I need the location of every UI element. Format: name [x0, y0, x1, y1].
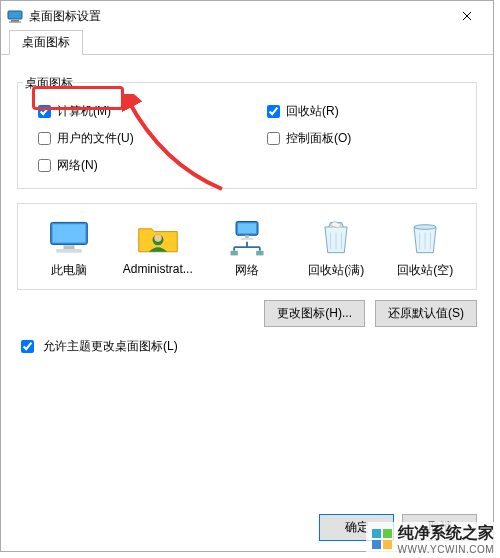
icon-item-network[interactable]: 网络: [208, 218, 286, 279]
network-icon: [225, 218, 269, 258]
icon-buttons-row: 更改图标(H)... 还原默认值(S): [17, 300, 477, 327]
checkbox-userfiles-input[interactable]: [38, 132, 51, 145]
icon-label: 回收站(空): [386, 262, 464, 279]
checkbox-computer[interactable]: 计算机(M): [38, 103, 227, 120]
checkbox-computer-label: 计算机(M): [57, 103, 111, 120]
checkbox-allow-theme[interactable]: 允许主题更改桌面图标(L): [17, 337, 477, 356]
watermark-logo-icon: [372, 529, 392, 549]
recycle-full-icon: [314, 218, 358, 258]
recycle-empty-icon: [403, 218, 447, 258]
icon-preview-list: 此电脑 Administrat...: [17, 203, 477, 290]
svg-rect-5: [63, 245, 74, 249]
svg-point-8: [154, 234, 161, 241]
window-title: 桌面图标设置: [29, 8, 447, 25]
checkbox-recycle-input[interactable]: [267, 105, 280, 118]
checkbox-control-label: 控制面板(O): [286, 130, 351, 147]
icon-item-user[interactable]: Administrat...: [119, 218, 197, 279]
checkbox-computer-input[interactable]: [38, 105, 51, 118]
icon-label: Administrat...: [119, 262, 197, 276]
svg-rect-14: [256, 251, 263, 256]
close-button[interactable]: [447, 1, 487, 31]
svg-rect-13: [230, 251, 237, 256]
pc-icon: [47, 218, 91, 258]
icon-item-bin-empty[interactable]: 回收站(空): [386, 218, 464, 279]
tab-desktop-icons[interactable]: 桌面图标: [9, 30, 83, 55]
group-label: 桌面图标: [23, 75, 73, 92]
window-icon: [7, 8, 23, 24]
icon-label: 回收站(满): [297, 262, 375, 279]
tab-strip: 桌面图标: [1, 31, 493, 55]
svg-rect-6: [56, 249, 82, 253]
checkbox-recycle[interactable]: 回收站(R): [267, 103, 456, 120]
checkbox-network-input[interactable]: [38, 159, 51, 172]
restore-default-button[interactable]: 还原默认值(S): [375, 300, 477, 327]
checkbox-control-input[interactable]: [267, 132, 280, 145]
checkbox-network-label: 网络(N): [57, 157, 98, 174]
checkbox-userfiles-label: 用户的文件(U): [57, 130, 134, 147]
svg-rect-11: [245, 235, 249, 238]
icon-item-thispc[interactable]: 此电脑: [30, 218, 108, 279]
checkbox-network[interactable]: 网络(N): [38, 157, 227, 174]
change-icon-button[interactable]: 更改图标(H)...: [264, 300, 365, 327]
watermark: 纯净系统之家 WWW.YCWIN.COM: [366, 522, 500, 556]
svg-rect-10: [238, 223, 256, 233]
checkbox-recycle-label: 回收站(R): [286, 103, 339, 120]
svg-rect-12: [241, 238, 254, 240]
icon-label: 网络: [208, 262, 286, 279]
content-area: 桌面图标 计算机(M) 回收站(R) 用户的文件(U) 控制面板(O): [1, 55, 493, 356]
svg-rect-0: [8, 11, 22, 19]
icon-label: 此电脑: [30, 262, 108, 279]
watermark-sub: WWW.YCWIN.COM: [398, 544, 494, 555]
dialog-window: 桌面图标设置 桌面图标 桌面图标 计算机(M) 回收站(R) 用户的文件(U): [0, 0, 494, 552]
svg-rect-1: [11, 20, 19, 22]
titlebar: 桌面图标设置: [1, 1, 493, 31]
svg-rect-2: [9, 22, 21, 23]
svg-point-15: [414, 225, 436, 230]
watermark-text: 纯净系统之家: [398, 523, 494, 544]
checkbox-allow-theme-label: 允许主题更改桌面图标(L): [43, 338, 178, 355]
icon-checkbox-group: 计算机(M) 回收站(R) 用户的文件(U) 控制面板(O) 网络(N): [17, 82, 477, 189]
checkbox-userfiles[interactable]: 用户的文件(U): [38, 130, 227, 147]
user-folder-icon: [136, 218, 180, 258]
checkbox-control[interactable]: 控制面板(O): [267, 130, 456, 147]
checkbox-allow-theme-input[interactable]: [21, 340, 34, 353]
icon-item-bin-full[interactable]: 回收站(满): [297, 218, 375, 279]
svg-rect-4: [52, 224, 85, 242]
